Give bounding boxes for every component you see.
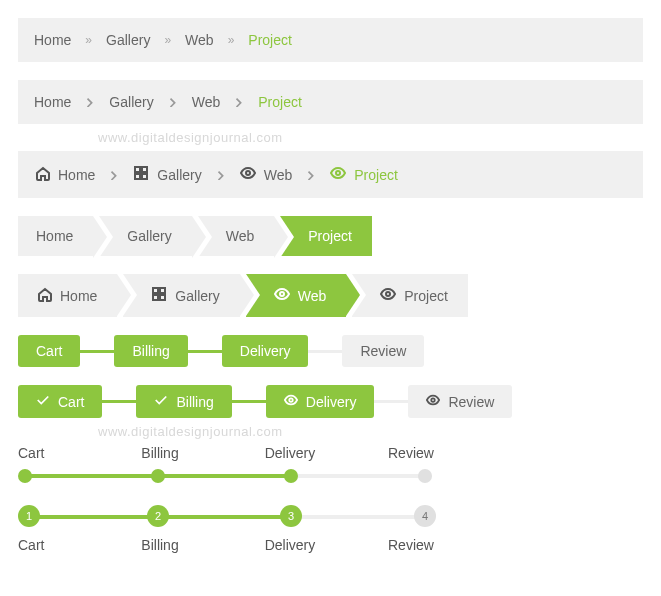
step-connector: [188, 350, 222, 353]
step-delivery[interactable]: Delivery: [266, 385, 375, 418]
step-label: Delivery: [265, 445, 325, 461]
breadcrumb-arrow: Home Gallery Web Project: [18, 216, 643, 256]
chevron-right-icon: [85, 97, 95, 107]
crumb-gallery[interactable]: Gallery: [106, 32, 150, 48]
crumb-home[interactable]: Home: [34, 32, 71, 48]
crumb-label: Web: [264, 167, 293, 183]
step-billing[interactable]: Billing: [114, 335, 187, 367]
breadcrumb-chevron: Home Gallery Web Project: [18, 80, 643, 124]
step-label: Billing: [132, 343, 169, 359]
step-numdot-2[interactable]: 2: [147, 505, 169, 527]
raquo-separator: »: [164, 33, 171, 47]
crumb-label: Project: [354, 167, 398, 183]
crumb-project-current: Project: [248, 32, 292, 48]
step-dot-cart[interactable]: [18, 469, 32, 483]
crumb-label: Project: [404, 288, 448, 304]
chevron-right-icon: [109, 170, 119, 180]
step-label: Billing: [141, 537, 201, 553]
step-label: Review: [388, 537, 448, 553]
chevron-right-icon: [168, 97, 178, 107]
step-label: Billing: [141, 445, 201, 461]
crumb-label: Gallery: [157, 167, 201, 183]
step-review[interactable]: Review: [342, 335, 424, 367]
arrow-crumb-gallery[interactable]: Gallery: [123, 274, 239, 317]
breadcrumb-icon-chevron: Home Gallery Web Project: [18, 151, 643, 198]
step-label: Cart: [36, 343, 62, 359]
arrow-crumb-web[interactable]: Web: [198, 216, 275, 256]
chevron-right-icon: [306, 170, 316, 180]
step-connector: [308, 350, 342, 353]
step-label: Billing: [176, 394, 213, 410]
crumb-web[interactable]: Web: [185, 32, 214, 48]
step-label: Cart: [18, 445, 78, 461]
crumb-label: Home: [36, 228, 73, 244]
step-numdot-1[interactable]: 1: [18, 505, 40, 527]
crumb-label: Web: [298, 288, 327, 304]
arrow-crumb-web-active[interactable]: Web: [246, 274, 347, 317]
chevron-right-icon: [234, 97, 244, 107]
step-label: Cart: [58, 394, 84, 410]
step-connector: [80, 350, 114, 353]
step-cart[interactable]: Cart: [18, 335, 80, 367]
arrow-crumb-project[interactable]: Project: [352, 274, 468, 317]
crumb-gallery[interactable]: Gallery: [133, 165, 201, 184]
step-label: Delivery: [265, 537, 325, 553]
step-label: Delivery: [306, 394, 357, 410]
step-dot-review[interactable]: [418, 469, 432, 483]
step-label: Review: [360, 343, 406, 359]
eye-icon: [284, 393, 298, 410]
crumb-label: Web: [226, 228, 255, 244]
step-delivery[interactable]: Delivery: [222, 335, 309, 367]
step-numbered-dots: 1 2 3 4 Cart Billing Delivery Review: [18, 505, 643, 553]
crumb-label: Gallery: [175, 288, 219, 304]
step-pills-icons: Cart Billing Delivery Review: [18, 385, 643, 418]
eye-icon: [240, 165, 256, 184]
step-pills: Cart Billing Delivery Review: [18, 335, 643, 367]
raquo-separator: »: [85, 33, 92, 47]
crumb-home[interactable]: Home: [34, 165, 95, 184]
grid-icon: [151, 286, 167, 305]
step-label: Review: [388, 445, 448, 461]
crumb-project-current: Project: [330, 165, 398, 184]
breadcrumb-raquo: Home » Gallery » Web » Project: [18, 18, 643, 62]
eye-icon: [380, 286, 396, 305]
step-numdot-3[interactable]: 3: [280, 505, 302, 527]
eye-icon: [274, 286, 290, 305]
home-icon: [34, 165, 50, 184]
crumb-home[interactable]: Home: [34, 94, 71, 110]
grid-icon: [133, 165, 149, 184]
step-numdot-4[interactable]: 4: [414, 505, 436, 527]
check-icon: [36, 393, 50, 410]
crumb-label: Gallery: [127, 228, 171, 244]
arrow-crumb-home[interactable]: Home: [18, 274, 117, 317]
home-icon: [36, 286, 52, 305]
crumb-gallery[interactable]: Gallery: [109, 94, 153, 110]
step-review[interactable]: Review: [408, 385, 512, 418]
step-dot-billing[interactable]: [151, 469, 165, 483]
step-cart[interactable]: Cart: [18, 385, 102, 418]
eye-icon: [330, 165, 346, 184]
arrow-crumb-gallery[interactable]: Gallery: [99, 216, 191, 256]
breadcrumb-arrow-icons: Home Gallery Web Project: [18, 274, 643, 317]
crumb-label: Home: [60, 288, 97, 304]
step-billing[interactable]: Billing: [136, 385, 231, 418]
step-label: Review: [448, 394, 494, 410]
step-label: Cart: [18, 537, 78, 553]
step-connector: [102, 400, 136, 403]
chevron-right-icon: [216, 170, 226, 180]
crumb-web[interactable]: Web: [240, 165, 293, 184]
watermark-text: www.digitaldesignjournal.com: [98, 130, 661, 145]
check-icon: [154, 393, 168, 410]
raquo-separator: »: [228, 33, 235, 47]
arrow-crumb-home[interactable]: Home: [18, 216, 93, 256]
eye-icon: [426, 393, 440, 410]
crumb-label: Project: [308, 228, 352, 244]
step-dots: Cart Billing Delivery Review: [18, 445, 643, 483]
crumb-project-current: Project: [258, 94, 302, 110]
crumb-web[interactable]: Web: [192, 94, 221, 110]
arrow-crumb-project-active[interactable]: Project: [280, 216, 372, 256]
step-dot-delivery[interactable]: [284, 469, 298, 483]
crumb-label: Home: [58, 167, 95, 183]
step-connector: [232, 400, 266, 403]
step-connector: [374, 400, 408, 403]
